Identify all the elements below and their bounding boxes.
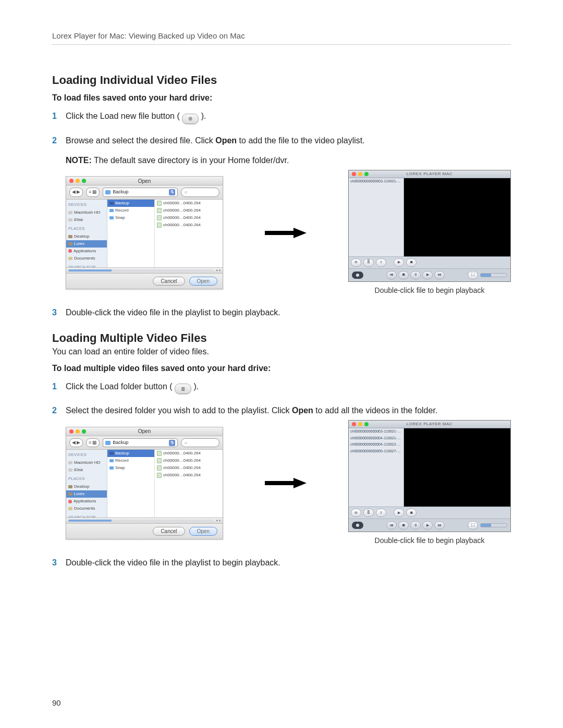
add-folder-button[interactable]: ≣ [363,509,374,517]
file-item[interactable]: ch00000…0400.264 [155,221,223,229]
playlist-item[interactable]: ch00000000000003-110621-… [349,178,403,185]
playlist-item[interactable]: ch00000000000005-110627-… [349,448,403,455]
sidebar-item[interactable]: Applications [66,498,107,505]
folder-item[interactable]: Record [107,457,154,464]
stop-button[interactable]: ⏹ [398,521,409,529]
back-icon[interactable]: ◀ [72,439,76,447]
step-text: Select the desired folder you wish to ad… [66,406,292,415]
export-button[interactable]: ⇪ [376,258,386,267]
load-folder-icon: ≣ [175,384,191,394]
open-button[interactable]: Open [189,527,217,536]
search-input[interactable]: ⌕ [181,438,219,448]
dropdown-arrows-icon[interactable]: ⇅ [169,440,175,446]
play-button[interactable]: ▶ [422,521,433,529]
sidebar-item[interactable]: Documents [66,255,107,262]
playlist-item[interactable]: ch00000000000003-110621-… [349,428,403,435]
sidebar-item-selected[interactable]: Lorex [66,490,107,498]
add-file-button[interactable]: ⊕ [351,509,361,517]
size-slider[interactable] [68,520,213,522]
file-item[interactable]: ch00000…0400.264 [155,457,223,464]
file-item[interactable]: ch00000…0400.264 [155,214,223,221]
folder-item-selected[interactable]: Backup [107,200,154,207]
back-icon[interactable]: ◀ [72,189,76,196]
idisk-icon [68,468,72,472]
sidebar-item[interactable]: iDisk [66,466,107,474]
sidebar-item[interactable]: Documents [66,505,107,512]
folder-item[interactable]: Record [107,207,154,214]
folder-item-selected[interactable]: Backup [107,450,154,457]
sidebar-group-places: PLACES [68,226,105,232]
sidebar-item[interactable]: Desktop [66,483,107,490]
export-button[interactable]: ⇪ [376,509,386,517]
pause-button[interactable]: ⏸ [410,521,421,529]
sidebar-item-selected[interactable]: Lorex [66,240,107,248]
nav-buttons[interactable]: ◀ ▶ [69,188,83,197]
dropdown-arrows-icon[interactable]: ⇅ [169,189,175,195]
lorex-player-column: LOREX PLAYER MAC ch00000000000003-110621… [348,420,511,546]
path-dropdown[interactable]: Backup ⇅ [103,188,178,197]
pause-button[interactable]: ⏸ [410,271,421,279]
sidebar-item[interactable]: Macintosh HD [66,209,107,216]
video-viewport[interactable] [404,428,510,507]
step-1-3: Double-click the video file in the playl… [52,306,511,319]
nav-buttons[interactable]: ◀ ▶ [69,438,83,448]
fullscreen-button[interactable]: ⛶ [468,271,478,279]
search-icon: ⌕ [185,439,187,447]
titlebar: LOREX PLAYER MAC [349,421,510,428]
lorex-player-column: LOREX PLAYER MAC ch00000000000003-110621… [348,170,511,296]
finder-size-bar: ▪ ▪ [66,517,223,523]
finder-size-bar: ▪ ▪ [66,267,223,273]
view-buttons[interactable]: ≡▦ [86,438,100,448]
sidebar-item[interactable]: Desktop [66,233,107,240]
volume-slider[interactable] [480,273,507,277]
forward-icon[interactable]: ▶ [77,439,80,447]
forward-icon[interactable]: ▶ [77,189,80,196]
intro-text: You can load an entire folder of video f… [52,347,511,356]
timecode-slot [352,522,363,529]
open-word: Open [215,136,237,145]
folder-item[interactable]: Snap [107,464,154,472]
stop-button[interactable]: ⏹ [406,509,417,517]
fullscreen-button[interactable]: ⛶ [468,521,478,529]
path-dropdown[interactable]: Backup ⇅ [103,438,178,448]
prev-button[interactable]: ⏮ [386,271,397,279]
play-button[interactable]: ▶ [422,271,433,279]
volume-slider[interactable] [480,523,507,527]
play-button[interactable]: ▶ [394,509,404,517]
size-slider[interactable] [68,269,213,272]
file-item[interactable]: ch00000…0400.264 [155,450,223,457]
next-button[interactable]: ⏭ [434,271,445,279]
file-item[interactable]: ch00000…0400.264 [155,200,223,207]
file-item[interactable]: ch00000…0400.264 [155,464,223,472]
sidebar-item[interactable]: Macintosh HD [66,459,107,466]
file-item[interactable]: ch00000…0400.264 [155,472,223,479]
playlist-item[interactable]: ch00000000000004-110621-… [349,435,403,442]
load-file-icon: ⊕ [182,114,199,124]
play-button[interactable]: ▶ [394,258,404,267]
playlist-item[interactable]: ch00000000000004-110622-… [349,441,403,448]
cancel-button[interactable]: Cancel [153,527,185,536]
file-item[interactable]: ch00000…0400.264 [155,207,223,214]
add-folder-button[interactable]: ≣ [363,258,374,267]
window-title: LOREX PLAYER MAC [349,421,510,427]
section-heading-1: Loading Individual Video Files [52,73,511,87]
prev-button[interactable]: ⏮ [386,521,397,529]
steps-list-1: Click the Load new file button ( ⊕ ). Br… [52,110,511,319]
next-button[interactable]: ⏭ [434,521,445,529]
stop-button[interactable]: ⏹ [398,271,409,279]
view-buttons[interactable]: ≡▦ [86,188,100,197]
open-button[interactable]: Open [189,277,217,286]
search-input[interactable]: ⌕ [181,188,219,197]
add-file-button[interactable]: ⊕ [351,258,361,267]
sidebar-item[interactable]: iDisk [66,216,107,224]
stop-button[interactable]: ⏹ [406,258,417,267]
sidebar-item[interactable]: Applications [66,248,107,255]
finder-column-2: ch00000…0400.264 ch00000…0400.264 ch0000… [155,450,223,517]
right-controls: ⛶ [468,271,507,279]
cancel-button[interactable]: Cancel [153,277,185,286]
desktop-icon [68,235,72,238]
arrow-icon [261,478,311,488]
folder-item[interactable]: Snap [107,214,154,221]
video-viewport[interactable] [404,178,510,256]
step-text: ). [193,382,199,391]
